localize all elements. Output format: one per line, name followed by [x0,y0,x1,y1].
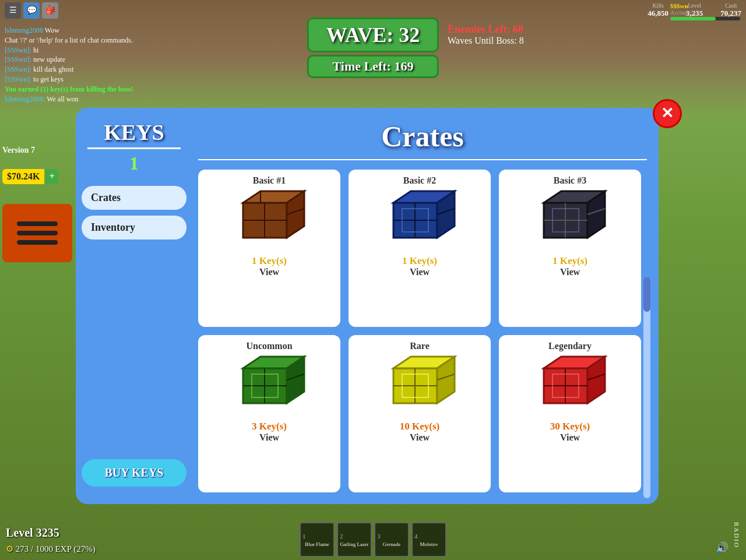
exp-icon: ⚙ [6,544,13,554]
exp-display: ⚙ 273 / 1000 EXP (27%) [6,544,96,554]
crate-basic1-keys: 1 Key(s) [252,255,287,267]
bag-icon[interactable]: 🎒 [42,2,58,19]
crates-button[interactable]: Crates [82,186,186,210]
crate-uncommon-view: View [259,432,279,443]
kills-label: Kills [652,2,663,9]
crate-basic2-view: View [410,267,430,277]
crates-grid: Basic #1 1 Key(s) View Basic #2 [198,170,647,492]
crate-basic3-view: View [560,267,580,277]
weapon-slot-2[interactable]: 2 Gatling Laser [337,522,372,557]
volume-icon[interactable]: 🔊 [716,541,729,554]
crate-rare[interactable]: Rare 10 Key(s) View [349,335,491,492]
crate-legendary-keys: 30 Key(s) [550,421,590,432]
crate-basic3[interactable]: Basic #3 1 Key(s) View [499,170,641,327]
crate-legendary-name: Legendary [548,341,592,351]
weapon-slot-3[interactable]: 3 Grenade [374,522,409,557]
crate-basic1[interactable]: Basic #1 1 Key(s) View [198,170,340,327]
crate-rare-view: View [410,432,430,443]
kills-value: 46,850 [648,9,668,18]
keys-count: 1 [87,153,181,174]
menu-line-2 [17,231,58,235]
chat-box: lslnmmg2008 Wow Chat '/?' or '/help' for… [0,23,186,106]
crate-basic1-name: Basic #1 [253,175,286,186]
crate-basic2-icon [382,188,458,255]
crate-basic3-name: Basic #3 [554,175,586,186]
crate-uncommon-keys: 3 Key(s) [252,421,287,432]
modal-title: Crates [198,119,647,153]
scrollbar-thumb[interactable] [643,277,650,312]
xp-bar-fill [670,17,716,20]
time-left: Time Left: 169 [307,55,439,78]
weapon-slots: 1 Blue Flame 2 Gatling Laser 3 Grenade 4… [300,522,446,557]
crate-uncommon[interactable]: Uncommon 3 Key(s) View [198,335,340,492]
modal-divider [198,159,647,160]
menu-icon[interactable]: ☰ [5,2,21,19]
enemies-left: Enemies Left: 68 [448,23,524,36]
crate-basic3-icon [532,188,608,255]
enemies-info: Enemies Left: 68 Waves Until Boss: 8 [448,23,524,46]
weapon-name-1: Blue Flame [305,541,329,547]
level-display: Level 3235 [6,526,59,540]
weapon-slot-4[interactable]: 4 Molotov [411,522,446,557]
chat-icon[interactable]: 💬 [23,2,40,19]
close-icon: ✕ [661,106,674,121]
money-plus: + [45,169,58,184]
scrollbar-track[interactable] [643,277,650,498]
crate-basic1-icon [231,188,307,255]
account-bar: $$$wn Account: 13+ [670,2,740,20]
crate-basic3-keys: 1 Key(s) [553,255,587,267]
crate-basic2-keys: 1 Key(s) [402,255,437,267]
version-text: Version 7 [2,146,35,155]
weapon-num-2: 2 [338,532,345,540]
radio-text: RADIO [733,522,740,548]
keys-section: KEYS 1 [87,119,181,174]
money-display: $70.24K + [2,169,58,184]
modal-main: Crates Basic #1 1 Key(s) View [192,108,659,504]
weapon-num-3: 3 [375,532,382,540]
weapon-num-1: 1 [301,532,308,540]
crate-rare-name: Rare [410,341,429,351]
menu-line-1 [17,221,58,226]
weapon-num-4: 4 [413,532,420,540]
crates-modal: KEYS 1 Crates Inventory BUY KEYS Crates … [76,108,659,504]
crate-basic1-view: View [259,267,279,277]
weapon-name-3: Grenade [383,541,400,547]
weapon-slot-1[interactable]: 1 Blue Flame [300,522,335,557]
menu-icon-box[interactable] [2,204,72,262]
buy-keys-button[interactable]: BUY KEYS [82,459,186,487]
crate-basic2[interactable]: Basic #2 1 Key(s) View [349,170,491,327]
crate-rare-keys: 10 Key(s) [400,421,439,432]
keys-title: KEYS [87,119,181,149]
wave-display: WAVE: 32 Time Left: 169 [307,17,439,78]
crate-legendary[interactable]: Legendary 30 Key(s) View [499,335,641,492]
close-button[interactable]: ✕ [653,99,682,128]
exp-text: 273 / 1000 EXP (27%) [16,544,96,554]
money-value: $70.24K [2,169,44,184]
weapon-name-4: Molotov [420,541,438,547]
crate-rare-icon [382,354,458,421]
earned-message: You earned (1) key(s) from killing the b… [5,84,182,94]
inventory-button[interactable]: Inventory [82,216,186,240]
crate-legendary-icon [532,354,608,421]
modal-sidebar: KEYS 1 Crates Inventory BUY KEYS [76,108,192,504]
wave-text: WAVE: 32 [307,17,439,52]
chat-name: lslnmmg2008 [5,26,43,34]
account-sub: Account: 13+ [670,9,702,16]
weapon-name-2: Gatling Laser [340,541,368,547]
crate-uncommon-name: Uncommon [246,341,292,351]
crate-basic2-name: Basic #2 [403,175,436,186]
account-name: $$$wn [670,2,688,9]
waves-until-boss: Waves Until Boss: 8 [448,36,524,46]
menu-line-3 [17,240,58,245]
crate-uncommon-icon [231,354,307,421]
xp-bar-top [670,17,740,20]
crate-legendary-view: View [560,432,580,443]
bottom-hud: Level 3235 ⚙ 273 / 1000 EXP (27%) 1 Blue… [0,519,746,560]
